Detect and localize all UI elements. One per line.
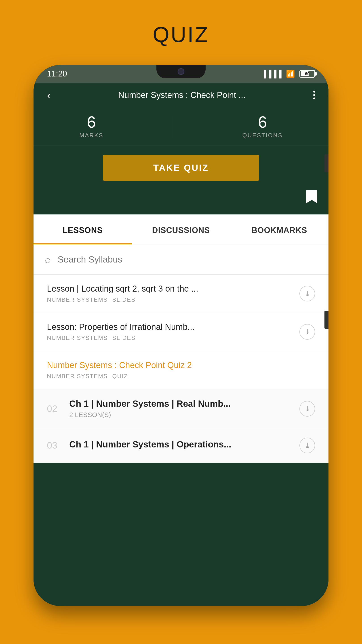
lesson-item-3[interactable]: Number Systems : Check Point Quiz 2 NUMB…	[33, 351, 329, 389]
screen-title: Number Systems : Check Point ...	[53, 90, 311, 100]
phone-notch	[156, 65, 206, 78]
questions-value: 6	[242, 114, 283, 130]
lesson-tag-3b: QUIZ	[112, 373, 128, 380]
lesson-tags-1: NUMBER SYSTEMS SLIDES	[47, 296, 300, 303]
stat-divider	[173, 116, 173, 137]
take-quiz-button[interactable]: TAKE QUIZ	[103, 155, 259, 181]
search-bar: ⌕	[33, 244, 329, 274]
status-time: 11:20	[47, 69, 67, 78]
quiz-info: 6 MARKS 6 QUESTIONS	[33, 107, 329, 146]
chapter-num-2: 03	[47, 440, 60, 451]
download-btn-ch2[interactable]: ⤓	[300, 438, 315, 453]
chapter-content-1: Ch 1 | Number Systems | Real Numb... 2 L…	[69, 399, 300, 418]
lesson-tags-3: NUMBER SYSTEMS QUIZ	[47, 373, 315, 380]
search-input[interactable]	[58, 254, 317, 264]
search-icon: ⌕	[45, 253, 51, 266]
bookmark-area	[33, 190, 329, 214]
more-dot-2	[313, 94, 315, 96]
chapter-num-1: 02	[47, 404, 60, 414]
lesson-item-2[interactable]: Lesson: Properties of Irrational Numb...…	[33, 313, 329, 351]
questions-label: QUESTIONS	[242, 132, 283, 139]
back-button[interactable]: ‹	[45, 87, 53, 104]
more-dot-1	[313, 91, 315, 92]
side-button-2	[325, 311, 329, 329]
screen: ‹ Number Systems : Check Point ... 6 MAR…	[33, 83, 329, 606]
lesson-tag-3a: NUMBER SYSTEMS	[47, 373, 108, 380]
battery-container: 60	[300, 70, 315, 78]
chapter-title-2: Ch 1 | Number Systems | Operations...	[69, 440, 300, 450]
download-btn-1[interactable]: ⤓	[300, 286, 315, 302]
marks-value: 6	[79, 114, 103, 130]
more-menu-button[interactable]	[311, 88, 317, 102]
lesson-tag-1b: SLIDES	[112, 296, 136, 303]
more-dot-3	[313, 98, 315, 99]
phone-frame: 11:20 ▐▐▐▐ 📶 60 ‹ Number Systems : Check…	[33, 65, 329, 606]
lesson-tag-2b: SLIDES	[112, 334, 136, 342]
lesson-title-3: Number Systems : Check Point Quiz 2	[47, 360, 315, 370]
status-icons: ▐▐▐▐ 📶 60	[261, 70, 315, 78]
marks-label: MARKS	[79, 132, 103, 139]
bookmark-icon[interactable]	[306, 190, 317, 203]
lesson-tags-2: NUMBER SYSTEMS SLIDES	[47, 334, 300, 342]
tabs-bar: LESSONS DISCUSSIONS BOOKMARKS	[33, 214, 329, 244]
lesson-tag-2a: NUMBER SYSTEMS	[47, 334, 108, 342]
tab-lessons[interactable]: LESSONS	[33, 214, 132, 244]
side-button-1	[325, 154, 329, 172]
lesson-tag-1a: NUMBER SYSTEMS	[47, 296, 108, 303]
lesson-content-1: Lesson | Locating sqrt 2, sqrt 3 on the …	[47, 284, 300, 303]
lesson-title-2: Lesson: Properties of Irrational Numb...	[47, 322, 300, 332]
signal-icon: ▐▐▐▐	[261, 70, 282, 78]
lesson-content-2: Lesson: Properties of Irrational Numb...…	[47, 322, 300, 342]
phone-camera	[178, 68, 184, 75]
wifi-icon: 📶	[286, 70, 295, 78]
page-title-label: QUIZ	[153, 22, 209, 47]
lesson-item-1[interactable]: Lesson | Locating sqrt 2, sqrt 3 on the …	[33, 274, 329, 313]
lesson-title-1: Lesson | Locating sqrt 2, sqrt 3 on the …	[47, 284, 300, 294]
chapter-item-2[interactable]: 03 Ch 1 | Number Systems | Operations...…	[33, 428, 329, 463]
download-btn-2[interactable]: ⤓	[300, 324, 315, 340]
top-bar: ‹ Number Systems : Check Point ...	[33, 83, 329, 107]
lesson-list: Lesson | Locating sqrt 2, sqrt 3 on the …	[33, 274, 329, 463]
tab-bookmarks[interactable]: BOOKMARKS	[230, 214, 329, 244]
tab-discussions[interactable]: DISCUSSIONS	[132, 214, 230, 244]
chapter-item-1[interactable]: 02 Ch 1 | Number Systems | Real Numb... …	[33, 389, 329, 428]
lesson-content-3: Number Systems : Check Point Quiz 2 NUMB…	[47, 360, 315, 380]
battery-text: 60	[305, 72, 310, 76]
take-quiz-container: TAKE QUIZ	[33, 146, 329, 190]
marks-stat: 6 MARKS	[79, 114, 103, 139]
chapter-title-1: Ch 1 | Number Systems | Real Numb...	[69, 399, 300, 409]
download-btn-ch1[interactable]: ⤓	[300, 401, 315, 416]
chapter-content-2: Ch 1 | Number Systems | Operations...	[69, 440, 300, 452]
questions-stat: 6 QUESTIONS	[242, 114, 283, 139]
chapter-subtitle-1: 2 LESSON(S)	[69, 411, 300, 418]
